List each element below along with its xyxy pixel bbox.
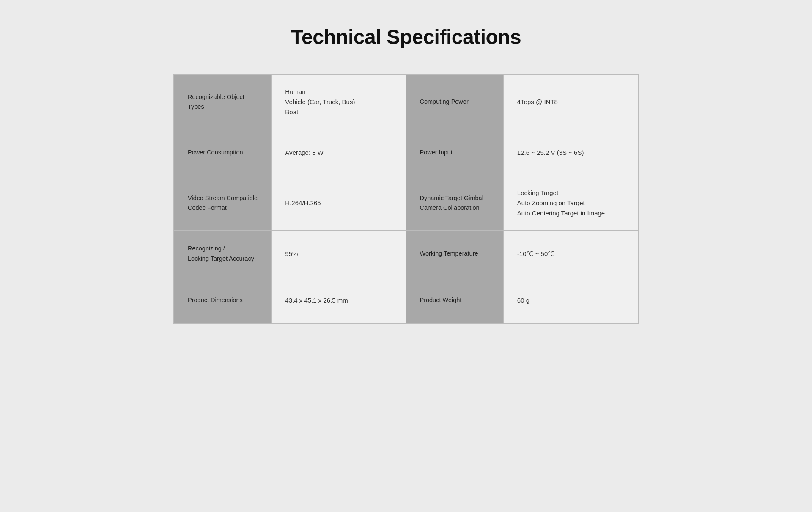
spec-label-2: Dynamic Target Gimbal Camera Collaborati…: [406, 176, 503, 231]
spec-value-1: 43.4 x 45.1 x 26.5 mm: [272, 277, 406, 324]
table-row: Recognizing / Locking Target Accuracy95%…: [174, 231, 638, 277]
spec-label-1: Product Dimensions: [174, 277, 272, 324]
spec-value-2: Locking Target Auto Zooming on Target Au…: [503, 176, 638, 231]
spec-label-2: Product Weight: [406, 277, 503, 324]
spec-value-1: H.264/H.265: [272, 176, 406, 231]
spec-value-2: -10℃ ~ 50℃: [503, 231, 638, 277]
spec-label-2: Power Input: [406, 129, 503, 176]
table-row: Product Dimensions43.4 x 45.1 x 26.5 mmP…: [174, 277, 638, 324]
page-title: Technical Specifications: [291, 25, 521, 49]
table-row: Recognizable Object TypesHuman Vehicle (…: [174, 75, 638, 129]
spec-label-1: Power Consumption: [174, 129, 272, 176]
spec-value-2: 4Tops @ INT8: [503, 75, 638, 129]
spec-label-2: Working Temperature: [406, 231, 503, 277]
spec-value-2: 12.6 ~ 25.2 V (3S ~ 6S): [503, 129, 638, 176]
spec-value-1: Human Vehicle (Car, Truck, Bus) Boat: [272, 75, 406, 129]
specs-table: Recognizable Object TypesHuman Vehicle (…: [173, 74, 639, 324]
spec-label-1: Recognizing / Locking Target Accuracy: [174, 231, 272, 277]
spec-label-2: Computing Power: [406, 75, 503, 129]
spec-label-1: Video Stream Compatible Codec Format: [174, 176, 272, 231]
table-row: Video Stream Compatible Codec FormatH.26…: [174, 176, 638, 231]
spec-value-1: 95%: [272, 231, 406, 277]
spec-value-1: Average: 8 W: [272, 129, 406, 176]
table-row: Power ConsumptionAverage: 8 WPower Input…: [174, 129, 638, 176]
spec-label-1: Recognizable Object Types: [174, 75, 272, 129]
spec-value-2: 60 g: [503, 277, 638, 324]
